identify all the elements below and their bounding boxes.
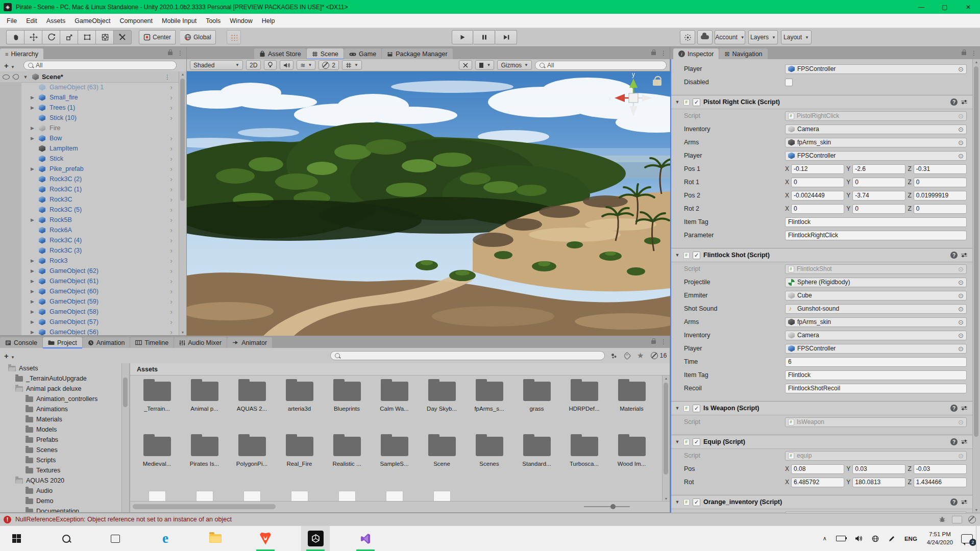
tree-folder-item[interactable]: Demo [0, 496, 130, 506]
object-picker-icon[interactable]: ⊙ [958, 126, 964, 133]
scene-dock-tab[interactable]: Package Manager [382, 48, 452, 59]
bottom-dock-tab[interactable]: Animator [227, 337, 272, 348]
prefab-open-arrow-icon[interactable]: › [170, 226, 173, 234]
pivot-toggle-button[interactable]: Center [139, 30, 176, 44]
y-value-field[interactable]: 180.0813 [852, 478, 905, 487]
prefab-open-arrow-icon[interactable]: › [170, 206, 173, 214]
scene-dock-tab[interactable]: Game [344, 48, 381, 59]
play-button[interactable] [452, 30, 473, 44]
inspector-scrollbar[interactable]: ▲ ▼ [972, 59, 980, 513]
asset-folder-item[interactable]: Turbosca... [560, 433, 608, 467]
debugger-bug-icon[interactable] [939, 516, 946, 522]
hierarchy-item[interactable]: ▶ GameObject (62) › [0, 266, 180, 276]
asset-folder-item[interactable]: HDRPDef... [560, 378, 608, 412]
hierarchy-item[interactable]: ▶ GameObject (59) › [0, 296, 180, 307]
prefab-open-arrow-icon[interactable]: › [170, 246, 173, 255]
prefab-open-arrow-icon[interactable]: › [170, 114, 173, 122]
z-value-field[interactable]: -0.31 [914, 164, 967, 174]
asset-folder-item[interactable]: Blueprints [323, 378, 371, 412]
x-value-field[interactable]: -0.0024449 [791, 191, 844, 201]
help-icon[interactable]: ? [950, 405, 958, 412]
object-field[interactable]: Camera ⊙ [785, 331, 967, 340]
scene-dock-tab[interactable]: Scene [307, 48, 344, 59]
object-picker-icon[interactable]: ⊙ [958, 139, 964, 146]
pen-icon[interactable] [888, 535, 895, 542]
object-field[interactable]: Gunshot-sound ⊙ [785, 304, 967, 314]
taskbar-clock[interactable]: 7:51 PM 4/24/2020 [927, 531, 953, 546]
component-header[interactable]: ▼ ✓ Orange_inventory (Script) ? ⋮ [671, 495, 980, 509]
prefab-open-arrow-icon[interactable]: › [170, 287, 173, 295]
pause-button[interactable] [474, 30, 495, 44]
object-field[interactable]: fpArms_skin ⊙ [785, 138, 967, 147]
component-enabled-checkbox[interactable]: ✓ [693, 438, 700, 446]
presets-icon[interactable] [961, 439, 968, 445]
component-enabled-checkbox[interactable]: ✓ [693, 405, 700, 412]
x-value-field[interactable]: -0.12 [791, 164, 844, 174]
object-picker-icon[interactable]: ⊙ [958, 319, 964, 325]
object-picker-icon[interactable]: ⊙ [958, 279, 964, 286]
object-field[interactable]: Sphere (Rigidbody) ⊙ [785, 278, 967, 287]
object-picker-icon[interactable]: ⊙ [958, 153, 964, 159]
language-indicator[interactable]: ENG [904, 536, 917, 542]
asset-folder-item[interactable]: Real_Fire [276, 433, 323, 467]
tree-folder-item[interactable]: Assets [0, 363, 130, 373]
network-icon[interactable] [872, 535, 879, 542]
object-field[interactable]: fpArms_skin ⊙ [785, 317, 967, 327]
presets-icon[interactable] [961, 405, 968, 411]
x-value-field[interactable]: 6.485792 [791, 478, 844, 487]
z-value-field[interactable]: 0 [914, 204, 967, 214]
hierarchy-item[interactable]: ▶ Rock3C (3) › [0, 245, 180, 256]
menu-item[interactable]: Assets [42, 17, 70, 24]
tree-folder-item[interactable]: AQUAS 2020 [0, 475, 130, 486]
hierarchy-item[interactable]: ▶ GameObject (61) › [0, 276, 180, 286]
help-icon[interactable]: ? [950, 252, 958, 259]
hierarchy-item[interactable]: ▶ Rock3C (5) › [0, 205, 180, 215]
asset-folder-item[interactable]: Standard... [513, 433, 560, 467]
hierarchy-item[interactable]: ▶ LampItem › [0, 143, 180, 154]
foldout-arrow-icon[interactable]: ▼ [674, 439, 680, 444]
y-value-field[interactable]: 0.03 [852, 464, 905, 474]
component-enabled-checkbox[interactable]: ✓ [693, 252, 700, 259]
prefab-open-arrow-icon[interactable]: › [170, 297, 173, 306]
z-value-field[interactable]: 1.434466 [914, 478, 967, 487]
asset-folder-item[interactable]: Scene [418, 433, 465, 467]
prefab-open-arrow-icon[interactable]: › [170, 93, 173, 102]
script-field[interactable]: IsWeapon ⊙ [785, 417, 967, 427]
scroll-up-icon[interactable]: ▲ [180, 72, 185, 76]
asset-folder-item[interactable]: fpArms_s... [465, 378, 513, 412]
hierarchy-scrollbar[interactable]: ▲ ▼ [179, 71, 186, 335]
presets-icon[interactable] [961, 499, 968, 505]
account-dropdown[interactable]: Account▼ [715, 30, 745, 44]
scroll-down-icon[interactable]: ▼ [974, 508, 979, 512]
scrollbar-thumb[interactable] [123, 378, 128, 407]
bottom-dock-tab[interactable]: Console [0, 337, 42, 348]
asset-folder-item[interactable]: Animal p... [181, 378, 228, 412]
scene-viewport[interactable]: y x [187, 71, 670, 336]
hidden-objects-button[interactable]: 2 [318, 60, 339, 70]
layout-dropdown[interactable]: Layout▼ [781, 30, 812, 44]
effects-dropdown[interactable]: ≋ ▼ [297, 60, 315, 70]
z-value-field[interactable]: -0.03 [914, 464, 967, 474]
hierarchy-item[interactable]: ▶ Small_fire › [0, 92, 180, 103]
asset-folder-item[interactable]: PolygonPi... [228, 433, 276, 467]
bottom-dock-tab[interactable]: Animation [83, 337, 130, 348]
visual-studio-button[interactable] [351, 526, 380, 551]
expand-arrow-icon[interactable]: ▶ [31, 217, 34, 222]
gizmos-dropdown[interactable]: Gizmos ▼ [497, 60, 532, 70]
icon-size-slider[interactable] [584, 506, 630, 507]
transform-tool-button[interactable] [95, 30, 114, 44]
maximize-button[interactable]: ▢ [933, 0, 957, 14]
menu-item[interactable]: Mobile Input [157, 17, 201, 24]
help-icon[interactable]: ? [950, 438, 958, 445]
tab-hierarchy[interactable]: ≡ Hierarchy [0, 48, 43, 59]
expand-arrow-icon[interactable]: ▶ [31, 309, 34, 314]
foldout-arrow-icon[interactable]: ▼ [674, 406, 680, 411]
lock-icon[interactable] [651, 52, 656, 55]
scale-tool-button[interactable] [60, 30, 78, 44]
help-icon[interactable]: ? [950, 98, 958, 106]
edge-browser-button[interactable]: e [151, 526, 180, 551]
lock-icon[interactable] [651, 340, 656, 344]
component-tools-dropdown[interactable]: ▼ [475, 60, 494, 70]
foldout-arrow-icon[interactable]: ▼ [23, 74, 28, 80]
tree-folder-item[interactable]: Textures [0, 465, 130, 475]
